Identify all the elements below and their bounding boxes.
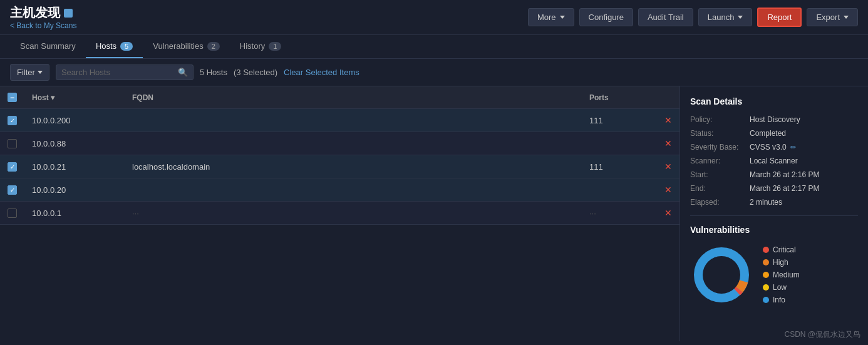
launch-button[interactable]: Launch [698, 8, 753, 26]
detail-status: Status: Completed [690, 129, 858, 138]
detail-end: End: March 26 at 2:17 PM [690, 184, 858, 193]
table-row: 10.0.0.21 localhost.localdomain 111 ✕ [0, 155, 679, 178]
delete-icon[interactable]: ✕ [664, 115, 672, 125]
header: 主机发现 < Back to My Scans More Configure A… [0, 0, 868, 35]
legend-low-dot [763, 284, 769, 291]
policy-label: Policy: [690, 115, 750, 124]
table-header-row: Host ▾ FQDN Ports [0, 86, 679, 109]
tab-history-label: History [240, 41, 265, 51]
col-host[interactable]: Host ▾ [24, 86, 125, 109]
back-link[interactable]: < Back to My Scans [10, 21, 76, 30]
row-checkbox-cell [0, 155, 24, 178]
legend-critical-dot [763, 247, 769, 253]
tab-history[interactable]: History 1 [230, 35, 292, 58]
row-host: 10.0.0.21 [24, 155, 125, 178]
legend-low: Low [763, 283, 800, 292]
delete-icon[interactable]: ✕ [664, 185, 672, 195]
row-ports: 111 [582, 109, 657, 132]
selected-info: (3 Selected) [234, 68, 277, 77]
select-all-checkbox[interactable] [8, 93, 17, 102]
detail-severity: Severity Base: CVSS v3.0 ✏ [690, 143, 858, 152]
detail-policy: Policy: Host Discovery [690, 115, 858, 124]
elapsed-value: 2 minutes [750, 198, 782, 207]
audit-trail-button[interactable]: Audit Trail [638, 8, 693, 26]
chart-legend: Critical High Medium Low Info [763, 245, 800, 304]
configure-button[interactable]: Configure [579, 8, 633, 26]
header-left: 主机发现 < Back to My Scans [10, 4, 76, 30]
legend-high: High [763, 258, 800, 267]
title-text: 主机发现 [10, 4, 60, 21]
row-checkbox-cell [0, 202, 24, 225]
filter-label: Filter [17, 68, 35, 77]
legend-info-label: Info [773, 296, 785, 304]
row-checkbox[interactable] [8, 139, 17, 148]
search-box: 🔍 [56, 64, 194, 80]
table-row: 10.0.0.88 ✕ [0, 132, 679, 155]
launch-arrow-icon [738, 16, 743, 19]
row-checkbox-cell [0, 109, 24, 132]
tab-vulnerabilities-badge: 2 [207, 42, 220, 51]
title-icon [64, 9, 73, 18]
row-checkbox[interactable] [8, 162, 17, 172]
row-fqdn [125, 109, 582, 132]
row-fqdn: ··· [125, 202, 582, 225]
delete-icon[interactable]: ✕ [664, 208, 672, 218]
more-label: More [537, 13, 556, 22]
row-delete-cell: ✕ [657, 132, 679, 155]
more-button[interactable]: More [528, 8, 574, 26]
row-checkbox-cell [0, 132, 24, 155]
start-label: Start: [690, 170, 750, 179]
row-checkbox[interactable] [8, 209, 17, 218]
elapsed-label: Elapsed: [690, 198, 750, 207]
legend-medium-label: Medium [773, 270, 800, 279]
scan-details-title: Scan Details [690, 96, 858, 106]
legend-medium-dot [763, 272, 769, 278]
tab-hosts[interactable]: Hosts 5 [86, 35, 143, 58]
delete-icon[interactable]: ✕ [664, 162, 672, 172]
tab-vulnerabilities-label: Vulnerabilities [153, 41, 203, 51]
legend-low-label: Low [773, 283, 787, 292]
configure-label: Configure [589, 13, 624, 22]
severity-text: CVSS v3.0 [750, 143, 787, 152]
detail-scanner: Scanner: Local Scanner [690, 157, 858, 165]
row-fqdn [125, 178, 582, 202]
search-input[interactable] [61, 68, 178, 77]
hosts-table-container: Host ▾ FQDN Ports 10.0.0.200 111 ✕ 10.0.… [0, 86, 680, 341]
tab-scan-summary[interactable]: Scan Summary [10, 35, 86, 58]
tab-hosts-label: Hosts [96, 41, 116, 51]
delete-icon[interactable]: ✕ [664, 138, 672, 148]
table-row: 10.0.0.20 ✕ [0, 178, 679, 202]
row-checkbox[interactable] [8, 185, 17, 195]
row-checkbox[interactable] [8, 116, 17, 125]
divider [690, 215, 858, 216]
legend-high-dot [763, 259, 769, 265]
vulnerabilities-title: Vulnerabilities [690, 225, 858, 235]
toolbar: Filter 🔍 5 Hosts (3 Selected) Clear Sele… [0, 59, 868, 86]
status-label: Status: [690, 129, 750, 138]
row-ports [582, 178, 657, 202]
col-fqdn: FQDN [125, 86, 582, 109]
hosts-table: Host ▾ FQDN Ports 10.0.0.200 111 ✕ 10.0.… [0, 86, 679, 225]
filter-button[interactable]: Filter [10, 64, 49, 81]
launch-label: Launch [708, 13, 735, 22]
header-right: More Configure Audit Trail Launch Report… [528, 8, 858, 27]
report-button[interactable]: Report [757, 8, 802, 27]
row-host: 10.0.0.20 [24, 178, 125, 202]
col-action [657, 86, 679, 109]
audit-trail-label: Audit Trail [648, 13, 684, 22]
tab-scan-summary-label: Scan Summary [20, 41, 76, 51]
tab-vulnerabilities[interactable]: Vulnerabilities 2 [143, 35, 230, 58]
row-checkbox-cell [0, 178, 24, 202]
export-button[interactable]: Export [807, 8, 858, 26]
main-content: Host ▾ FQDN Ports 10.0.0.200 111 ✕ 10.0.… [0, 86, 868, 341]
table-row: 10.0.0.1 ··· ··· ✕ [0, 202, 679, 225]
more-arrow-icon [560, 16, 565, 19]
row-delete-cell: ✕ [657, 202, 679, 225]
severity-edit-icon[interactable]: ✏ [790, 143, 796, 152]
legend-high-label: High [773, 258, 788, 267]
row-ports [582, 132, 657, 155]
end-value: March 26 at 2:17 PM [750, 184, 819, 193]
row-fqdn [125, 132, 582, 155]
clear-selected-link[interactable]: Clear Selected Items [284, 68, 359, 77]
legend-critical-label: Critical [773, 245, 796, 254]
